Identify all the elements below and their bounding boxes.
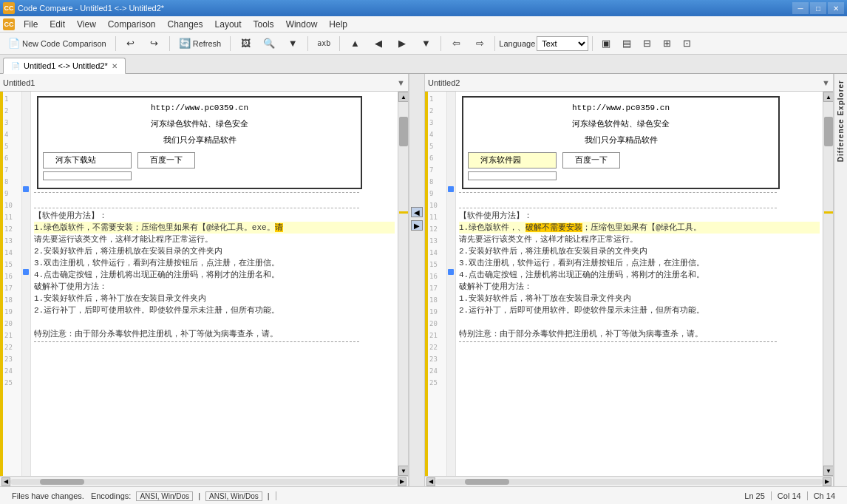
right-scroll-down[interactable]: ▼ [823, 466, 833, 476]
right-scroll-track[interactable] [823, 102, 833, 466]
maximize-button[interactable]: □ [810, 2, 826, 14]
layout1-button[interactable]: ▣ [596, 35, 616, 52]
right-hscrollbar[interactable]: ◀ ▶ [425, 476, 833, 486]
left-code-content[interactable]: http://www.pc0359.cn 河东绿色软件站、绿色安全 我们只分享精… [31, 92, 398, 476]
connector-left-arrow[interactable]: ◀ [411, 207, 423, 217]
left-scroll-thumb[interactable] [399, 117, 408, 146]
left-line-1: 1.绿色版软件，不需要安装；压缩包里如果有【@绿化工具。exe。请 [34, 222, 395, 234]
menu-changes[interactable]: Changes [162, 18, 209, 31]
nav-down-icon: ▼ [420, 38, 432, 50]
left-scroll-track-h[interactable] [10, 479, 398, 485]
status-message: Files have changes. [12, 491, 84, 500]
nav-down-button[interactable]: ▼ [415, 35, 437, 52]
layout3-button[interactable]: ⊟ [638, 35, 656, 52]
separator-1 [115, 36, 116, 51]
right-scroll-right[interactable]: ▶ [823, 477, 831, 486]
search-options-button[interactable]: ▼ [282, 35, 304, 52]
layout2-icon: ▤ [622, 38, 631, 49]
right-line-numbers: 12345 678910 1112131415 1617181920 21222… [428, 92, 447, 476]
undo-button[interactable]: ↩ [120, 35, 142, 52]
left-scroll-right[interactable]: ▶ [398, 477, 407, 486]
left-diff-marker-1 [23, 186, 29, 192]
refresh-button[interactable]: 🔄 Refresh [174, 35, 227, 52]
main-tab[interactable]: 📄 Untitled1 <-> Untitled2* ✕ [3, 58, 126, 74]
left-line-4: 3.双击注册机，软件运行，看到有注册按钮后，点注册，在注册信。 [34, 257, 395, 269]
col-number: Col 14 [772, 491, 808, 500]
left-panel-dropdown[interactable]: ▼ [397, 78, 405, 87]
separator-2 [169, 36, 170, 51]
search-options-icon: ▼ [287, 38, 299, 50]
close-button[interactable]: ✕ [828, 2, 844, 14]
right-panel-header: Untitled2 ▼ [425, 74, 833, 92]
nav-up-icon: ▲ [349, 38, 361, 50]
nav-up-button[interactable]: ▲ [344, 35, 366, 52]
left-hscrollbar[interactable]: ◀ ▶ [0, 476, 408, 486]
compare-opt1-button[interactable]: axb [312, 35, 336, 52]
undo-icon: ↩ [125, 38, 137, 50]
right-line-method: 【软件使用方法】： [459, 210, 820, 222]
right-diff-marker-1 [448, 186, 454, 192]
nav-next-icon: ▶ [396, 38, 408, 50]
right-vscrollbar[interactable]: ▲ ▼ [823, 92, 833, 476]
right-panel-body[interactable]: 12345 678910 1112131415 1617181920 21222… [425, 92, 833, 476]
left-doc-title2: 我们只分享精品软件 [43, 134, 356, 146]
menu-layout[interactable]: Layout [209, 18, 248, 31]
right-btn1: 河东软件园 [468, 152, 557, 168]
left-input-field [43, 171, 132, 180]
left-scroll-left[interactable]: ◀ [1, 477, 10, 486]
left-vscrollbar[interactable]: ▲ ▼ [398, 92, 408, 476]
encoding-end: | [268, 491, 270, 500]
menu-file[interactable]: File [18, 18, 44, 31]
minimize-button[interactable]: ─ [792, 2, 809, 14]
right-line-3: 2.安装好软件后，将注册机放在安装目录的文件夹内 [459, 245, 820, 257]
new-comparison-button[interactable]: 📄 New Code Comparison [3, 35, 112, 52]
left-line-empty [34, 316, 395, 328]
right-scroll-thumb[interactable] [824, 117, 833, 146]
search-button[interactable]: 🔍 [258, 35, 280, 52]
nav-prev-button[interactable]: ◀ [367, 35, 390, 52]
right-scroll-track-h[interactable] [435, 479, 823, 485]
right-line-8: 2.运行补丁，后即可使用软件。即使软件显示未注册，但所有功能。 [459, 304, 820, 316]
swap-right-button[interactable]: ⇨ [469, 35, 491, 52]
swap-right-icon: ⇨ [474, 38, 486, 50]
right-scroll-left[interactable]: ◀ [426, 477, 435, 486]
nav-prev-icon: ◀ [373, 38, 384, 50]
left-scroll-down[interactable]: ▼ [398, 466, 408, 476]
separator-5 [339, 36, 340, 51]
left-doc-url: http://www.pc0359.cn [43, 102, 356, 114]
layout4-button[interactable]: ⊞ [658, 35, 676, 52]
left-line-method: 【软件使用方法】： [34, 210, 395, 222]
left-scroll-thumb-h[interactable] [40, 479, 84, 485]
right-scroll-up[interactable]: ▲ [823, 92, 833, 102]
layout2-button[interactable]: ▤ [617, 35, 636, 52]
connector-right-arrow[interactable]: ▶ [411, 220, 423, 231]
menu-edit[interactable]: Edit [44, 18, 71, 31]
menu-window[interactable]: Window [280, 18, 324, 31]
language-select[interactable]: Text [537, 36, 588, 51]
layout3-icon: ⊟ [643, 38, 651, 49]
right-scroll-thumb-h[interactable] [465, 479, 509, 485]
right-code-content[interactable]: http://www.pc0359.cn 河东绿色软件站、绿色安全 我们只分享精… [456, 92, 823, 476]
right-line-1: 1.绿色版软件，、破解不需要安装；压缩包里如果有【@绿化工具。 [459, 222, 820, 234]
left-scroll-track[interactable] [398, 102, 408, 466]
right-panel-dropdown[interactable]: ▼ [822, 78, 830, 87]
window-controls: ─ □ ✕ [792, 2, 844, 14]
right-doc-url: http://www.pc0359.cn [468, 102, 774, 114]
redo-button[interactable]: ↪ [143, 35, 166, 52]
menu-comparison[interactable]: Comparison [102, 18, 162, 31]
right-empty-1 [459, 194, 820, 206]
left-scroll-up[interactable]: ▲ [398, 92, 408, 102]
image-button[interactable]: 🖼 [234, 35, 256, 52]
left-line-7: 1.安装好软件后，将补丁放在安装目录文件夹内 [34, 293, 395, 304]
menu-tools[interactable]: Tools [248, 18, 280, 31]
menu-help[interactable]: Help [323, 18, 353, 31]
nav-next-button[interactable]: ▶ [391, 35, 413, 52]
left-line-9: 特别注意：由于部分杀毒软件把注册机，补丁等做为病毒查杀，请。 [34, 328, 395, 340]
swap-left-button[interactable]: ⇦ [445, 35, 467, 52]
separator-7 [494, 36, 495, 51]
ch-number: Ch 14 [808, 491, 841, 500]
menu-view[interactable]: View [71, 18, 102, 31]
left-panel-body[interactable]: 12345 678910 1112131415 1617181920 21222… [0, 92, 408, 476]
layout5-button[interactable]: ⊡ [678, 35, 696, 52]
tab-close-button[interactable]: ✕ [112, 62, 118, 70]
